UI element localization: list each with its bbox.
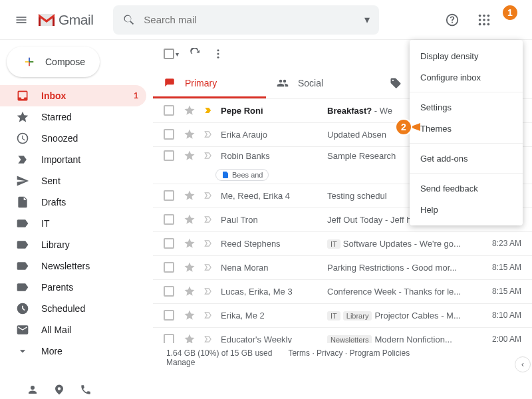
star-icon[interactable] [184, 128, 196, 140]
dd-display-density[interactable]: Display density [410, 45, 523, 66]
dd-get-addons[interactable]: Get add-ons [410, 148, 523, 169]
email-sender: Educator's Weekly [221, 334, 327, 343]
important-icon[interactable] [203, 263, 213, 272]
star-icon[interactable] [184, 190, 196, 201]
menu-button[interactable] [8, 7, 35, 33]
logo-text: Gmail [59, 12, 93, 28]
storage-text: 1.64 GB (10%) of 15 GB used [166, 348, 272, 358]
label-chip: IT [327, 311, 340, 321]
email-checkbox[interactable] [164, 262, 174, 273]
search-icon [122, 13, 136, 27]
nav-scheduled[interactable]: Scheduled [0, 298, 146, 319]
email-subject: Parking Restrictions - Good mor... [327, 263, 473, 273]
search-bar[interactable]: ▾ [113, 5, 379, 35]
email-checkbox[interactable] [164, 310, 174, 321]
nav-library[interactable]: Library [0, 234, 146, 255]
nav-parents[interactable]: Parents [0, 277, 146, 298]
email-row[interactable]: Lucas, Erika, Me 3Conference Week - Than… [153, 280, 532, 304]
email-time: 8:10 AM [481, 311, 521, 320]
hamburger-icon [15, 13, 28, 27]
nav-snoozed[interactable]: Snoozed [0, 128, 146, 149]
nav-starred[interactable]: Starred [0, 106, 146, 128]
inbox-icon [16, 89, 29, 102]
important-icon[interactable] [203, 311, 213, 320]
star-icon[interactable] [184, 333, 196, 343]
svg-point-0 [479, 14, 481, 17]
person-icon[interactable] [27, 384, 39, 396]
dd-themes[interactable]: Themes [410, 118, 523, 139]
important-icon[interactable] [203, 334, 213, 343]
email-checkbox[interactable] [164, 238, 174, 249]
email-subject: Conference Week - Thanks for le... [327, 287, 473, 297]
email-row[interactable]: Educator's WeeklyNewslettersModern Nonfi… [153, 328, 532, 343]
important-icon[interactable] [203, 191, 213, 200]
email-checkbox[interactable] [164, 105, 174, 116]
drafts-icon [16, 196, 29, 209]
star-icon[interactable] [184, 237, 196, 249]
search-dropdown-icon[interactable]: ▾ [364, 13, 370, 26]
star-icon[interactable] [184, 104, 196, 116]
email-row[interactable]: Nena MoranParking Restrictions - Good mo… [153, 256, 532, 280]
email-checkbox[interactable] [164, 150, 174, 161]
footer-links[interactable]: Terms · Privacy · Program Policies [288, 348, 410, 367]
star-icon[interactable] [184, 261, 196, 273]
email-checkbox[interactable] [164, 334, 174, 343]
primary-icon [164, 77, 176, 89]
side-panel-toggle[interactable]: ‹ [515, 356, 531, 372]
important-icon[interactable] [203, 215, 213, 224]
hangouts-icon[interactable] [53, 384, 65, 396]
email-sender: Reed Stephens [221, 239, 327, 249]
star-icon[interactable] [184, 213, 196, 225]
phone-icon[interactable] [80, 384, 92, 396]
scheduled-icon [16, 302, 29, 315]
svg-point-2 [487, 14, 490, 17]
select-all-checkbox[interactable]: ▾ [164, 49, 179, 59]
tab-social[interactable]: Social [266, 68, 379, 98]
important-icon[interactable] [203, 130, 213, 139]
apps-icon [477, 13, 491, 27]
dd-help[interactable]: Help [410, 199, 523, 220]
manage-link[interactable]: Manage [166, 358, 195, 367]
svg-point-4 [483, 19, 485, 21]
refresh-button[interactable] [190, 48, 201, 60]
important-icon[interactable] [203, 287, 213, 296]
compose-plus-icon [20, 53, 39, 71]
compose-button[interactable]: Compose [7, 47, 100, 77]
attachment-chip[interactable]: Bees and [215, 169, 269, 181]
email-sender: Paul Tron [221, 215, 327, 225]
star-icon[interactable] [184, 309, 196, 321]
email-checkbox[interactable] [164, 190, 174, 201]
nav-sent[interactable]: Sent [0, 170, 146, 192]
tab-primary[interactable]: Primary [153, 68, 266, 98]
dd-send-feedback[interactable]: Send feedback [410, 178, 523, 199]
star-icon [16, 110, 29, 124]
gmail-logo[interactable]: Gmail [37, 12, 93, 28]
star-icon[interactable] [184, 150, 196, 162]
email-row[interactable]: Erika, Me 2ITLibraryProjector Cables - M… [153, 304, 532, 328]
help-button[interactable] [439, 7, 466, 33]
label-icon [16, 238, 29, 251]
dd-settings[interactable]: Settings [410, 96, 523, 118]
nav-important[interactable]: Important [0, 149, 146, 170]
nav-inbox[interactable]: Inbox1 [0, 85, 146, 106]
clock-icon [16, 132, 29, 145]
email-checkbox[interactable] [164, 214, 174, 225]
dd-configure-inbox[interactable]: Configure inbox [410, 66, 523, 88]
nav-it[interactable]: IT [0, 213, 146, 234]
nav-drafts[interactable]: Drafts [0, 192, 146, 213]
email-row[interactable]: Reed StephensITSoftware Updates - We're … [153, 232, 532, 256]
important-icon[interactable] [203, 239, 213, 248]
apps-button[interactable] [471, 7, 497, 33]
important-icon[interactable] [203, 151, 213, 160]
search-input[interactable] [144, 14, 364, 25]
label-chip: IT [327, 239, 340, 249]
nav-newsletters[interactable]: Newsletters [0, 255, 146, 277]
nav-more[interactable]: More [0, 340, 146, 362]
more-button[interactable] [212, 48, 224, 60]
star-icon[interactable] [184, 285, 196, 297]
email-checkbox[interactable] [164, 286, 174, 297]
nav-all-mail[interactable]: All Mail [0, 319, 146, 340]
important-icon[interactable] [203, 106, 213, 115]
email-checkbox[interactable] [164, 129, 174, 140]
email-sender: Me, Reed, Erika 4 [221, 191, 327, 201]
